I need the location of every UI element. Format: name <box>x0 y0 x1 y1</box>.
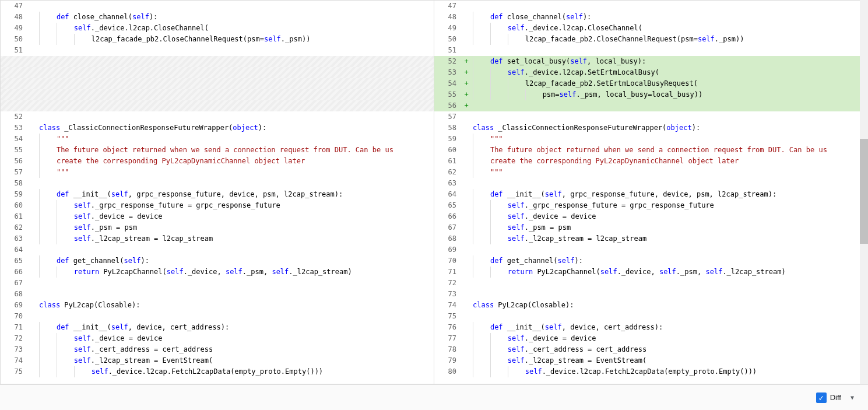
code-line[interactable]: 56+ <box>434 100 867 111</box>
code-line[interactable]: 76 def __init__(self, device, cert_addre… <box>434 322 867 333</box>
code-line[interactable]: 54+ l2cap_facade_pb2.SetErtmLocalBusyReq… <box>434 78 867 89</box>
code-content: create the corresponding PyL2capDynamicC… <box>36 156 434 167</box>
code-line[interactable]: 73 <box>434 289 867 300</box>
line-number: 73 <box>1 344 30 355</box>
code-line[interactable]: 66 self._device = device <box>434 211 867 222</box>
code-line[interactable]: 47 <box>434 1 867 12</box>
line-number <box>1 78 30 89</box>
line-number: 58 <box>434 122 463 134</box>
code-line[interactable]: 52 <box>1 111 434 122</box>
code-content <box>36 311 434 322</box>
code-line[interactable]: 74class PyL2cap(Closable): <box>434 300 867 311</box>
code-line[interactable]: 70 def get_channel(self): <box>434 255 867 267</box>
diff-marker <box>463 322 469 333</box>
diff-pane-left[interactable]: 47 48 def close_channel(self):49 self._d… <box>1 1 434 384</box>
line-number: 47 <box>434 1 463 12</box>
code-line[interactable]: 69class PyL2cap(Closable): <box>1 300 434 311</box>
code-line[interactable]: 54 """ <box>1 134 434 145</box>
code-line[interactable]: 61 self._device = device <box>1 211 434 222</box>
code-line[interactable]: 60 self._grpc_response_future = grpc_res… <box>1 200 434 211</box>
line-number: 54 <box>1 134 30 145</box>
code-line[interactable]: 74 self._l2cap_stream = EventStream( <box>1 355 434 366</box>
code-line[interactable]: 48 def close_channel(self): <box>1 12 434 23</box>
code-content: """ <box>469 167 867 178</box>
code-line[interactable]: 56 create the corresponding PyL2capDynam… <box>1 156 434 167</box>
code-line[interactable]: 77 self._device = device <box>434 333 867 344</box>
code-line[interactable]: 53+ self._device.l2cap.SetErtmLocalBusy( <box>434 67 867 78</box>
code-line[interactable] <box>1 78 434 89</box>
code-line[interactable]: 50 l2cap_facade_pb2.CloseChannelRequest(… <box>1 34 434 45</box>
code-line[interactable]: 64 <box>1 244 434 255</box>
code-line[interactable]: 53class _ClassicConnectionResponseFuture… <box>1 122 434 134</box>
code-line[interactable]: 61 create the corresponding PyL2capDynam… <box>434 156 867 167</box>
line-number: 51 <box>1 45 30 56</box>
code-line[interactable]: 49 self._device.l2cap.CloseChannel( <box>434 23 867 34</box>
code-line[interactable]: 59 """ <box>434 134 867 145</box>
code-line[interactable]: 49 self._device.l2cap.CloseChannel( <box>1 23 434 34</box>
code-line[interactable]: 66 return PyL2capChannel(self._device, s… <box>1 267 434 278</box>
diff-marker <box>30 355 36 366</box>
code-content: self._device.l2cap.CloseChannel( <box>469 23 867 34</box>
code-line[interactable]: 64 def __init__(self, grpc_response_futu… <box>434 189 867 200</box>
code-line[interactable]: 71 def __init__(self, device, cert_addre… <box>1 322 434 333</box>
code-line[interactable]: 75 <box>434 311 867 322</box>
code-line[interactable]: 55+ psm=self._psm, local_busy=local_busy… <box>434 89 867 100</box>
code-content: self._device.l2cap.FetchL2capData(empty_… <box>36 366 434 377</box>
code-line[interactable]: 63 <box>434 178 867 189</box>
diff-marker <box>30 278 36 289</box>
code-line[interactable]: 62 """ <box>434 167 867 178</box>
code-line[interactable]: 75 self._device.l2cap.FetchL2capData(emp… <box>1 366 434 377</box>
line-number: 60 <box>434 145 463 156</box>
line-number: 79 <box>434 355 463 366</box>
line-number: 63 <box>434 178 463 189</box>
code-line[interactable]: 65 def get_channel(self): <box>1 255 434 267</box>
diff-marker <box>463 111 469 122</box>
code-line[interactable]: 58class _ClassicConnectionResponseFuture… <box>434 122 867 134</box>
code-line[interactable]: 55 The future object returned when we se… <box>1 145 434 156</box>
code-content: create the corresponding PyL2capDynamicC… <box>469 156 867 167</box>
code-content: psm=self._psm, local_busy=local_busy)) <box>469 89 867 100</box>
diff-marker <box>30 333 36 344</box>
code-line[interactable]: 63 self._l2cap_stream = l2cap_stream <box>1 233 434 244</box>
code-line[interactable]: 62 self._psm = psm <box>1 222 434 233</box>
code-line[interactable]: 60 The future object returned when we se… <box>434 145 867 156</box>
scroll-thumb[interactable] <box>860 139 868 244</box>
code-line[interactable]: 79 self._l2cap_stream = EventStream( <box>434 355 867 366</box>
line-number: 73 <box>434 289 463 300</box>
code-line[interactable]: 78 self._cert_address = cert_address <box>434 344 867 355</box>
code-line[interactable]: 69 <box>434 244 867 255</box>
code-line[interactable]: 68 <box>1 289 434 300</box>
diff-pane-right[interactable]: 47 48 def close_channel(self):49 self._d… <box>434 1 867 384</box>
code-line[interactable]: 68 self._l2cap_stream = l2cap_stream <box>434 233 867 244</box>
code-line[interactable] <box>1 100 434 111</box>
code-line[interactable]: 51 <box>434 45 867 56</box>
line-number: 59 <box>434 134 463 145</box>
vertical-scrollbar[interactable] <box>860 0 868 384</box>
code-line[interactable]: 80 self._device.l2cap.FetchL2capData(emp… <box>434 366 867 377</box>
diff-marker <box>30 100 36 111</box>
code-line[interactable]: 67 self._psm = psm <box>434 222 867 233</box>
code-line[interactable] <box>1 56 434 67</box>
code-line[interactable] <box>1 67 434 78</box>
code-line[interactable]: 70 <box>1 311 434 322</box>
code-line[interactable]: 48 def close_channel(self): <box>434 12 867 23</box>
code-line[interactable]: 57 """ <box>1 167 434 178</box>
line-number: 60 <box>1 200 30 211</box>
code-line[interactable]: 52+ def set_local_busy(self, local_busy)… <box>434 56 867 67</box>
line-number: 51 <box>434 45 463 56</box>
code-line[interactable]: 58 <box>1 178 434 189</box>
code-line[interactable]: 67 <box>1 278 434 289</box>
code-line[interactable]: 72 <box>434 278 867 289</box>
code-line[interactable]: 50 l2cap_facade_pb2.CloseChannelRequest(… <box>434 34 867 45</box>
code-line[interactable]: 65 self._grpc_response_future = grpc_res… <box>434 200 867 211</box>
line-number: 63 <box>1 233 30 244</box>
code-line[interactable]: 59 def __init__(self, grpc_response_futu… <box>1 189 434 200</box>
code-line[interactable]: 73 self._cert_address = cert_address <box>1 344 434 355</box>
code-line[interactable]: 72 self._device = device <box>1 333 434 344</box>
code-line[interactable]: 51 <box>1 45 434 56</box>
code-line[interactable]: 47 <box>1 1 434 12</box>
diff-marker <box>30 255 36 267</box>
code-line[interactable]: 57 <box>434 111 867 122</box>
code-line[interactable] <box>1 89 434 100</box>
code-line[interactable]: 71 return PyL2capChannel(self._device, s… <box>434 267 867 278</box>
